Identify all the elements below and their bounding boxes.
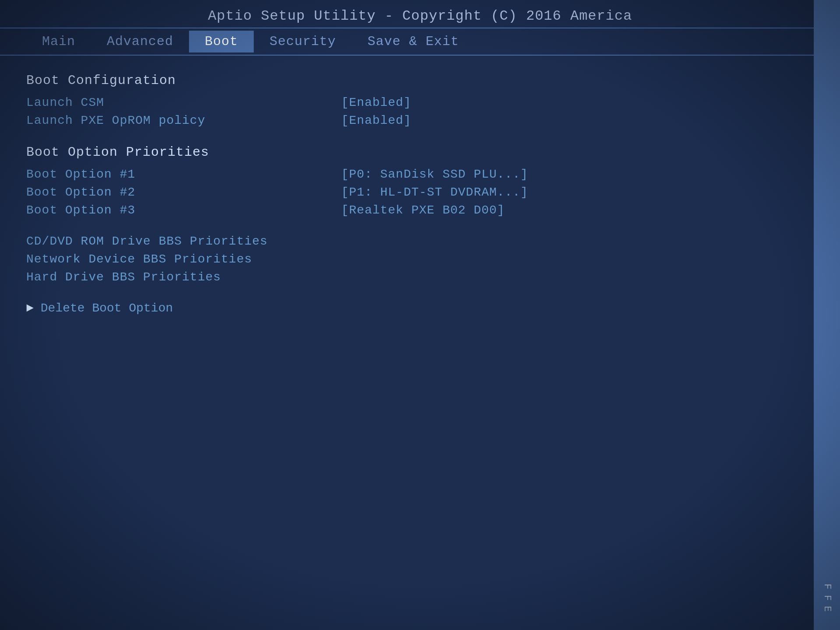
arrow-icon: ► (26, 301, 34, 315)
launch-pxe-row[interactable]: Launch PXE OpROM policy [Enabled] (26, 114, 814, 127)
hard-drive-bbs-row[interactable]: Hard Drive BBS Priorities (26, 270, 814, 284)
launch-pxe-value: [Enabled] (341, 114, 411, 127)
cd-dvd-bbs-label: CD/DVD ROM Drive BBS Priorities (26, 234, 332, 248)
boot-option-2-value: [P1: HL-DT-ST DVDRAM...] (341, 186, 528, 199)
title-text: Aptio Setup Utility - Copyright (C) 2016… (208, 8, 632, 24)
delete-boot-option-row[interactable]: ► Delete Boot Option (26, 301, 814, 315)
right-panel-label-3: E (822, 606, 833, 612)
main-content: Boot Configuration Launch CSM [Enabled] … (0, 56, 840, 337)
launch-csm-value: [Enabled] (341, 96, 411, 109)
launch-pxe-label: Launch PXE OpROM policy (26, 114, 332, 127)
network-bbs-label: Network Device BBS Priorities (26, 252, 332, 266)
launch-csm-row[interactable]: Launch CSM [Enabled] (26, 96, 814, 109)
delete-boot-option-label: Delete Boot Option (41, 301, 173, 315)
nav-item-save-exit[interactable]: Save & Exit (352, 31, 475, 52)
boot-option-3-row[interactable]: Boot Option #3 [Realtek PXE B02 D00] (26, 203, 814, 217)
right-panel: F F E (814, 0, 840, 630)
right-panel-label-1: F (822, 584, 833, 590)
boot-option-1-value: [P0: SanDisk SSD PLU...] (341, 168, 528, 181)
nav-item-security[interactable]: Security (254, 31, 352, 52)
launch-csm-label: Launch CSM (26, 96, 332, 109)
nav-bar: Main Advanced Boot Security Save & Exit (0, 28, 840, 56)
boot-option-3-label: Boot Option #3 (26, 203, 332, 217)
boot-option-3-value: [Realtek PXE B02 D00] (341, 203, 505, 217)
nav-item-advanced[interactable]: Advanced (91, 31, 189, 52)
hard-drive-bbs-label: Hard Drive BBS Priorities (26, 270, 332, 284)
title-bar: Aptio Setup Utility - Copyright (C) 2016… (0, 0, 840, 28)
network-bbs-row[interactable]: Network Device BBS Priorities (26, 252, 814, 266)
nav-item-boot[interactable]: Boot (189, 31, 254, 52)
nav-item-main[interactable]: Main (26, 31, 91, 52)
boot-configuration-header: Boot Configuration (26, 73, 814, 88)
boot-option-priorities-header: Boot Option Priorities (26, 145, 814, 160)
boot-option-2-row[interactable]: Boot Option #2 [P1: HL-DT-ST DVDRAM...] (26, 186, 814, 199)
bios-screen: Aptio Setup Utility - Copyright (C) 2016… (0, 0, 840, 630)
cd-dvd-bbs-row[interactable]: CD/DVD ROM Drive BBS Priorities (26, 234, 814, 248)
right-panel-label-2: F (822, 595, 833, 602)
boot-option-1-row[interactable]: Boot Option #1 [P0: SanDisk SSD PLU...] (26, 168, 814, 181)
boot-option-2-label: Boot Option #2 (26, 186, 332, 199)
boot-option-1-label: Boot Option #1 (26, 168, 332, 181)
